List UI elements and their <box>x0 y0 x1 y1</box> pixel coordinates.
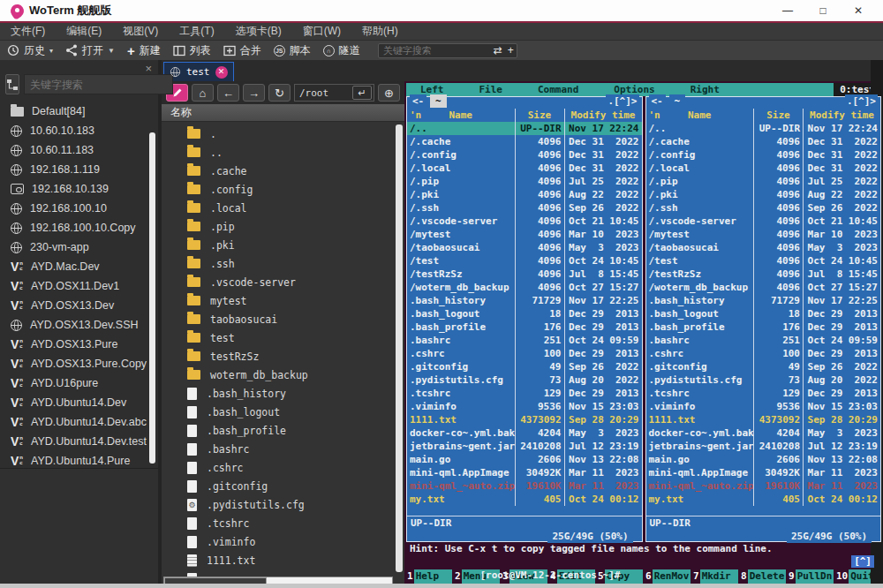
file-row[interactable]: ⚙ .pydistutils.cfg <box>162 495 404 514</box>
file-row[interactable]: ⚙ 1111.txt <box>162 551 404 569</box>
plus-icon[interactable]: + <box>505 45 517 56</box>
file-row[interactable]: ⚙ test <box>162 328 404 347</box>
mc-file-row[interactable]: .tcshrc 129 Dec 29 2013 <box>407 387 642 400</box>
file-row[interactable]: ⚙ .viminfo <box>162 532 404 551</box>
sidebar-search-input[interactable] <box>24 74 173 94</box>
mc-file-row[interactable]: jetbrains~gent.jar 2410208 Jul 12 23:19 <box>407 440 642 453</box>
file-row[interactable]: ⚙ .tcshrc <box>162 514 404 532</box>
file-row[interactable]: ⚙ .bashrc <box>162 440 404 458</box>
session-item[interactable]: Vnc AYD.U16pure <box>0 373 149 393</box>
header-size[interactable]: Size <box>515 109 564 122</box>
menu-item[interactable]: 窗口(W) <box>303 24 341 39</box>
mc-file-row[interactable]: /.pip 4096 Jul 25 2022 <box>646 175 881 188</box>
mc-file-row[interactable]: /.local 4096 Dec 31 2022 <box>407 162 642 175</box>
function-key[interactable]: 6 RenMov <box>645 569 691 584</box>
mc-file-row[interactable]: /.vscode-server 4096 Oct 21 10:45 <box>646 215 881 228</box>
session-item[interactable]: Vnc 10.60.11.183 <box>0 140 149 160</box>
close-icon[interactable]: × <box>145 63 152 74</box>
file-row[interactable]: ⚙ .. <box>162 143 404 162</box>
mc-file-row[interactable]: jetbrains~gent.jar 2410208 Jul 12 23:19 <box>646 440 881 453</box>
toolbar-search-input[interactable] <box>379 45 491 56</box>
mc-file-row[interactable]: .bash_history 71729 Nov 17 22:25 <box>646 294 881 307</box>
mc-file-row[interactable]: .viminfo 9536 Nov 15 23:03 <box>646 400 881 413</box>
tree-view-button[interactable] <box>5 74 19 94</box>
mc-file-row[interactable]: /.pki 4096 Aug 22 2022 <box>646 188 881 201</box>
function-key[interactable]: 8 Delete <box>740 569 786 584</box>
menu-item[interactable]: 编辑(E) <box>66 24 102 39</box>
path-input[interactable] <box>295 87 352 99</box>
header-time[interactable]: Modify time <box>803 109 880 122</box>
mc-file-row[interactable]: .tcshrc 129 Dec 29 2013 <box>646 387 881 400</box>
file-row[interactable]: ⚙ woterm_db_backup <box>162 366 404 384</box>
session-item[interactable]: Vnc AYD.Ubuntu14.Dev.test <box>0 432 149 451</box>
home-button[interactable]: ⌂ <box>192 84 214 102</box>
shell-prompt[interactable]: [root@VM-12-2-centos ~]# [^] <box>406 555 881 569</box>
session-item[interactable]: Vnc AYD.OSX13.Pure.Copy <box>0 354 149 373</box>
mc-file-row[interactable]: main.go 2606 Nov 13 22:08 <box>646 453 881 466</box>
mc-file-row[interactable]: /.local 4096 Dec 31 2022 <box>646 162 881 175</box>
history-button[interactable]: 历史 ▾ <box>7 43 53 58</box>
scroll-badge[interactable]: [^] <box>851 555 874 568</box>
file-row[interactable]: ⚙ .cshrc <box>162 458 404 477</box>
merge-button[interactable]: 合并 <box>223 43 261 58</box>
mc-file-row[interactable]: /woterm_db_backup 4096 Oct 27 15:27 <box>407 281 642 294</box>
function-key[interactable]: 9 PullDn <box>788 569 834 584</box>
mc-file-row[interactable]: .pydistutils.cfg 73 Aug 20 2022 <box>646 373 881 387</box>
tab-close-icon[interactable]: ✕ <box>215 66 228 79</box>
file-row[interactable]: ⚙ .gitconfig <box>162 477 404 495</box>
mc-file-row[interactable]: .viminfo 9536 Nov 15 23:03 <box>407 400 642 413</box>
mc-file-row[interactable]: mini-qml_~auto.zip 19610K Mar 11 2023 <box>407 479 642 493</box>
file-row[interactable]: ⚙ .local <box>162 199 404 217</box>
mc-file-row[interactable]: /.pip 4096 Jul 25 2022 <box>407 175 642 188</box>
file-list-vscrollbar[interactable] <box>396 124 403 572</box>
mc-file-row[interactable]: mini-qml_~auto.zip 19610K Mar 11 2023 <box>646 479 881 493</box>
file-row[interactable]: ⚙ . <box>162 124 404 143</box>
tab-test[interactable]: test ✕ <box>163 62 234 81</box>
minimize-button[interactable]: — <box>770 0 805 21</box>
mc-menu-item[interactable]: File <box>479 83 503 96</box>
mc-file-row[interactable]: mini-qml.AppImage 30492K Mar 11 2023 <box>407 466 642 479</box>
column-header-name[interactable]: 名称 <box>162 104 404 122</box>
panel-back-arrow[interactable]: <- <box>410 94 426 108</box>
file-row[interactable]: ⚙ testRzSz <box>162 347 404 366</box>
mc-file-row[interactable]: /.config 4096 Dec 31 2022 <box>646 148 881 162</box>
mc-file-row[interactable]: .cshrc 100 Dec 29 2013 <box>646 347 881 360</box>
mc-file-row[interactable]: .pydistutils.cfg 73 Aug 20 2022 <box>407 373 642 387</box>
header-time[interactable]: Modify time <box>564 109 642 122</box>
back-button[interactable]: ← <box>217 84 239 102</box>
file-row[interactable]: ⚙ .bash_history <box>162 384 404 403</box>
file-row[interactable]: ⚙ .vscode-server <box>162 273 404 291</box>
refresh-button[interactable]: ↻ <box>268 84 291 102</box>
mc-menu-item[interactable]: Right <box>691 83 720 96</box>
close-button[interactable]: ✕ <box>841 0 876 21</box>
menu-item[interactable]: 选项卡(B) <box>236 24 282 39</box>
mc-file-row[interactable]: /.ssh 4096 Sep 26 2022 <box>646 201 881 215</box>
mc-file-row[interactable]: /testRzSz 4096 Jul 8 15:45 <box>646 268 881 281</box>
mc-file-row[interactable]: .gitconfig 49 Sep 26 2022 <box>646 360 881 373</box>
swap-icon[interactable]: ⇄ <box>491 45 505 56</box>
file-row[interactable]: ⚙ .bash_logout <box>162 403 404 421</box>
mc-file-row[interactable]: /taobaosucai 4096 May 3 2023 <box>646 241 881 254</box>
mc-file-row[interactable]: /.. UP--DIR Nov 17 22:24 <box>407 122 642 135</box>
menu-item[interactable]: 工具(T) <box>179 24 214 39</box>
mc-file-row[interactable]: .gitconfig 49 Sep 26 2022 <box>407 360 642 373</box>
mc-file-row[interactable]: my.txt 405 Oct 24 00:12 <box>646 493 881 506</box>
mc-file-row[interactable]: /.vscode-server 4096 Oct 21 10:45 <box>407 215 642 228</box>
mc-file-row[interactable]: main.go 2606 Nov 13 22:08 <box>407 453 642 466</box>
panel-resize-label[interactable]: .[^]> <box>845 94 878 108</box>
mc-file-row[interactable]: 1111.txt 4373092 Sep 28 20:29 <box>407 413 642 426</box>
file-row[interactable]: ⚙ .pki <box>162 236 404 254</box>
mc-file-row[interactable]: docker-co~.yml.bak 4204 May 3 2023 <box>407 426 642 440</box>
mc-file-row[interactable]: /.pki 4096 Aug 22 2022 <box>407 188 642 201</box>
panel-dir-label[interactable]: ~ <box>669 94 686 108</box>
mc-file-row[interactable]: .bash_profile 176 Dec 29 2013 <box>407 320 642 334</box>
file-row[interactable]: ⚙ .ssh <box>162 254 404 273</box>
panel-resize-label[interactable]: .[^]> <box>606 94 638 108</box>
file-row[interactable]: ⚙ .bash_profile <box>162 421 404 440</box>
session-item[interactable]: Vnc 230-vm-app <box>0 237 149 257</box>
mc-file-row[interactable]: /mytest 4096 Mar 10 2023 <box>407 228 642 241</box>
file-row[interactable]: ⚙ mytest <box>162 291 404 310</box>
session-item[interactable]: Vnc AYD.OSX13.Dev <box>0 296 149 315</box>
mc-file-row[interactable]: /testRzSz 4096 Jul 8 15:45 <box>407 268 642 281</box>
mc-file-row[interactable]: .cshrc 100 Dec 29 2013 <box>407 347 642 360</box>
